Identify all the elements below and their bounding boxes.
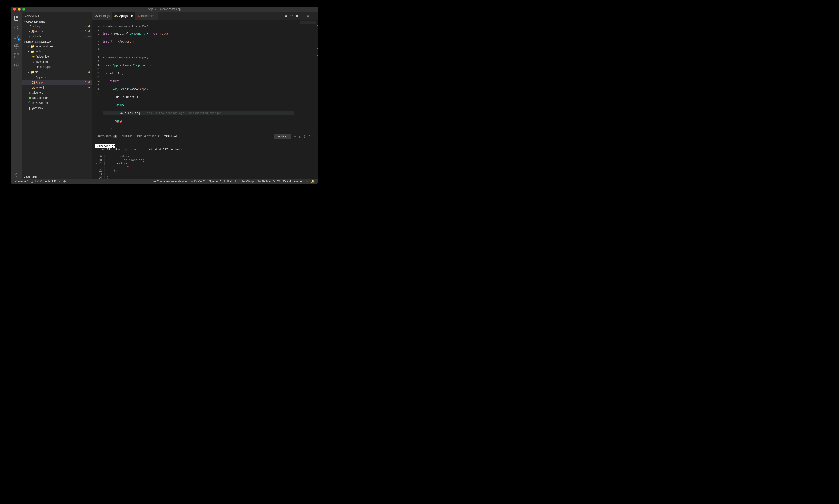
file-label: index.html bbox=[36, 60, 92, 64]
open-editors-header[interactable]: ▾ OPEN EDITORS bbox=[22, 20, 92, 24]
editor[interactable]: 123 4567 891011 12131415 1617 You, a few… bbox=[92, 20, 318, 133]
html-icon: ◈ bbox=[28, 35, 32, 38]
prettier[interactable]: Prettier bbox=[292, 180, 304, 183]
close-panel-icon[interactable]: ✕ bbox=[313, 135, 315, 138]
git-blame[interactable]: ⊶ You, a few seconds ago bbox=[152, 180, 188, 183]
folder-icon: 📁 bbox=[31, 70, 35, 74]
nav-icon[interactable]: ◇ bbox=[302, 14, 304, 18]
sidebar: EXPLORER ▾ OPEN EDITORS JS index.js src … bbox=[22, 12, 92, 179]
file-icon: ⓘ bbox=[28, 101, 32, 105]
tab-problems[interactable]: PROBLEMS 3 bbox=[95, 133, 120, 140]
feedback-icon[interactable]: ☺ bbox=[304, 180, 310, 183]
chevron-down-icon: ▾ bbox=[23, 41, 26, 43]
traffic-lights bbox=[11, 8, 25, 11]
sidebar-title: EXPLORER bbox=[22, 12, 92, 20]
compare-icon[interactable]: ◆ bbox=[285, 14, 287, 18]
file-label: App.css bbox=[36, 76, 92, 79]
status-bar: ⎇ master* ⓧ3 ⚠0 -- INSERT -- ◷ ⊶ You, a … bbox=[11, 179, 318, 184]
file-label: yarn.lock bbox=[32, 106, 92, 110]
outline-header[interactable]: ▸ OUTLINE bbox=[22, 175, 92, 179]
terminal-select[interactable]: 1: node ▾ bbox=[274, 134, 291, 139]
tab-index-html[interactable]: ◈ index.html bbox=[135, 12, 158, 20]
scm-icon[interactable]: 6 bbox=[11, 32, 22, 42]
revert-icon[interactable]: ↶ bbox=[290, 14, 292, 18]
file-item[interactable]: ⬢package.json bbox=[22, 95, 92, 101]
file-item[interactable]: ★favicon.ico bbox=[22, 54, 92, 59]
errors-warnings[interactable]: ⓧ3 ⚠0 bbox=[29, 179, 43, 183]
diff-icon[interactable]: ⇆ bbox=[296, 14, 298, 18]
project-header[interactable]: ▾ CREATE-REACT-APP bbox=[22, 40, 92, 44]
tab-terminal[interactable]: TERMINAL bbox=[162, 133, 180, 140]
debug-icon[interactable] bbox=[11, 42, 22, 51]
file-label: .gitignore bbox=[32, 91, 92, 94]
file-item[interactable]: JSindex.jsM bbox=[22, 85, 92, 90]
extensions-icon[interactable] bbox=[11, 51, 22, 60]
tabs-bar: JS index.js JS App.js ◈ index.html ◆ ↶ ⇆ bbox=[92, 12, 318, 20]
file-item[interactable]: ▮yarn.lock bbox=[22, 106, 92, 111]
explorer-icon[interactable] bbox=[11, 14, 22, 23]
settings-gear-icon[interactable] bbox=[11, 169, 22, 179]
folder-item[interactable]: ▾📁public bbox=[22, 49, 92, 54]
split-terminal-icon[interactable]: ▯ bbox=[299, 135, 301, 138]
search-icon[interactable] bbox=[11, 23, 22, 32]
tab-app-js[interactable]: JS App.js bbox=[112, 12, 135, 20]
terminal-body[interactable]: ./src/App.js Line 11: Parsing error: Unt… bbox=[92, 140, 318, 179]
encoding[interactable]: UTF-8 bbox=[223, 180, 234, 183]
modified-dot-icon bbox=[89, 71, 90, 73]
close-window-icon[interactable] bbox=[13, 8, 16, 11]
tab-debug-console[interactable]: DEBUG CONSOLE bbox=[135, 133, 162, 140]
codelens[interactable]: You, a few seconds ago | 1 author (You) bbox=[103, 24, 318, 28]
split-editor-icon[interactable]: ▭ bbox=[307, 14, 309, 18]
folder-item[interactable]: ▸📁node_modules bbox=[22, 44, 92, 49]
new-terminal-icon[interactable]: ＋ bbox=[294, 135, 296, 138]
open-editor-item[interactable]: ◈ index.html public bbox=[22, 34, 92, 39]
minimize-window-icon[interactable] bbox=[18, 8, 21, 11]
js-icon: JS bbox=[114, 14, 118, 18]
window-title: App.js — create-react-app bbox=[11, 7, 318, 11]
tab-output[interactable]: OUTPUT bbox=[120, 133, 135, 140]
file-item[interactable]: #App.css bbox=[22, 75, 92, 80]
language-mode[interactable]: JavaScript bbox=[240, 180, 256, 183]
bell-icon[interactable]: 🔔 bbox=[310, 180, 316, 183]
file-item[interactable]: JSApp.js3, M bbox=[22, 80, 92, 85]
close-icon[interactable]: ✕ bbox=[28, 30, 31, 33]
js-icon: JS bbox=[28, 24, 32, 28]
folder-item[interactable]: ▾📁src bbox=[22, 70, 92, 75]
chevron-down-icon: ▾ bbox=[23, 21, 26, 23]
tab-index-js[interactable]: JS index.js bbox=[92, 12, 112, 20]
cursor-position[interactable]: Ln 10, Col 20 bbox=[188, 180, 208, 183]
indentation[interactable]: Spaces: 2 bbox=[208, 180, 223, 183]
file-item[interactable]: ◈index.html bbox=[22, 59, 92, 64]
file-item[interactable]: {}manifest.json bbox=[22, 64, 92, 70]
svg-point-8 bbox=[16, 174, 17, 175]
svg-rect-4 bbox=[14, 54, 16, 55]
git-branch[interactable]: ⎇ master* bbox=[13, 180, 29, 183]
codelens[interactable]: You, a few seconds ago | 1 author (You) bbox=[103, 56, 318, 59]
svg-point-0 bbox=[15, 26, 18, 29]
chevron-right-icon: ▸ bbox=[23, 176, 26, 178]
file-item[interactable]: ⓘREADME.md bbox=[22, 101, 92, 106]
file-item[interactable]: ◆.gitignore bbox=[22, 90, 92, 95]
minimap[interactable] bbox=[294, 20, 318, 133]
file-label: favicon.ico bbox=[36, 55, 92, 58]
file-icon: # bbox=[31, 76, 36, 79]
code-area[interactable]: You, a few seconds ago | 1 author (You) … bbox=[103, 20, 318, 133]
git-status: 3, M bbox=[85, 81, 92, 84]
clock: Sat 09 Mar 05 : 21 : 45 PM bbox=[256, 180, 292, 183]
chevron-icon: ▸ bbox=[28, 45, 31, 48]
maximize-window-icon[interactable] bbox=[22, 8, 25, 11]
panel-tabs: PROBLEMS 3 OUTPUT DEBUG CONSOLE TERMINAL… bbox=[92, 133, 318, 140]
open-editor-item[interactable]: JS index.js src M bbox=[22, 24, 92, 29]
more-icon[interactable]: ⋯ bbox=[313, 14, 316, 18]
clock-icon[interactable]: ◷ bbox=[62, 180, 67, 183]
open-editor-item[interactable]: ✕ JS App.js src 3, M bbox=[22, 29, 92, 34]
file-tree: ▸📁node_modules▾📁public★favicon.ico◈index… bbox=[22, 44, 92, 112]
panel: PROBLEMS 3 OUTPUT DEBUG CONSOLE TERMINAL… bbox=[92, 133, 318, 179]
file-icon: ★ bbox=[31, 55, 36, 58]
kill-terminal-icon[interactable]: 🗑 bbox=[303, 135, 306, 138]
eol[interactable]: LF bbox=[234, 180, 240, 183]
maximize-panel-icon[interactable]: ˄ bbox=[309, 135, 310, 138]
file-icon: ⬢ bbox=[28, 96, 32, 100]
liveshare-icon[interactable] bbox=[11, 60, 22, 70]
editor-group: JS index.js JS App.js ◈ index.html ◆ ↶ ⇆ bbox=[92, 12, 318, 179]
